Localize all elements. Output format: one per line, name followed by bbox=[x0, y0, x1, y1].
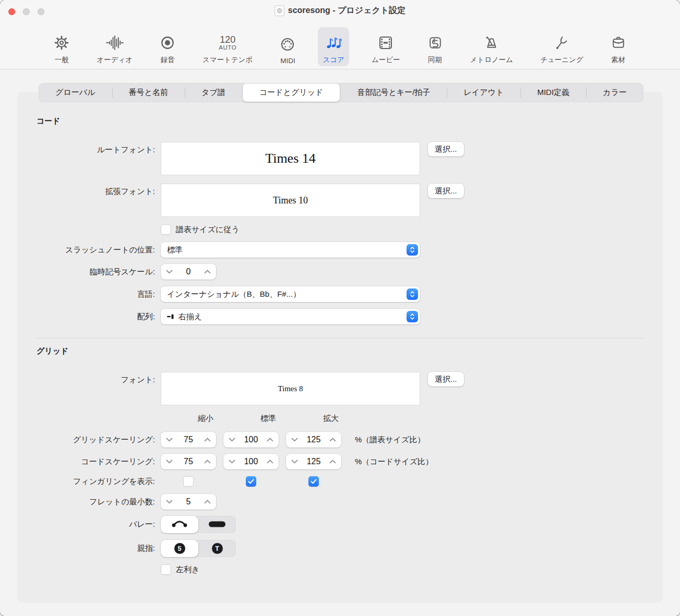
grid-font-preview: Times 8 bbox=[161, 372, 420, 405]
stepper-decrement[interactable] bbox=[229, 460, 235, 464]
alignment-select[interactable]: 右揃え bbox=[161, 309, 420, 324]
midi-icon bbox=[280, 32, 295, 56]
follow-staff-size-checkbox[interactable] bbox=[161, 224, 171, 235]
grid-font-select-button[interactable]: 選択... bbox=[428, 372, 464, 386]
root-font-select-button[interactable]: 選択... bbox=[428, 142, 464, 156]
toolbar-item-midi[interactable]: MIDI bbox=[275, 29, 300, 66]
column-header-enlarged: 拡大 bbox=[303, 414, 359, 424]
toolbar-item-score[interactable]: スコア bbox=[318, 27, 349, 66]
stepper-decrement[interactable] bbox=[229, 438, 235, 442]
toolbar-item-smart-tempo[interactable]: 120 AUTO スマートテンポ bbox=[198, 27, 257, 66]
barre-straight-option[interactable] bbox=[198, 516, 236, 533]
language-row: 言語: インターナショナル（B、Bb、F#...） bbox=[17, 286, 663, 302]
extension-font-label: 拡張フォント: bbox=[17, 184, 161, 197]
grid-scaling-enlarged-stepper[interactable]: 125 bbox=[286, 432, 341, 448]
stepper-decrement[interactable] bbox=[166, 270, 173, 274]
tab-layout[interactable]: レイアウト bbox=[447, 83, 520, 102]
left-handed-checkbox[interactable] bbox=[161, 564, 171, 575]
chord-scaling-reduced-stepper[interactable]: 75 bbox=[161, 454, 216, 469]
dropdown-chevrons-icon bbox=[407, 288, 418, 300]
film-icon bbox=[378, 31, 393, 55]
stepper-decrement[interactable] bbox=[166, 438, 173, 442]
project-settings-window: scoresong - プロジェクト設定 一般 bbox=[0, 0, 680, 616]
toolbar-item-tuning[interactable]: チューニング bbox=[535, 27, 588, 66]
tab-midi-meaning[interactable]: MIDI定義 bbox=[520, 83, 586, 102]
thumb-label: 親指: bbox=[17, 543, 161, 553]
tab-numbers-names[interactable]: 番号と名前 bbox=[112, 83, 185, 102]
sync-icon bbox=[427, 31, 443, 55]
accidental-scale-label: 臨時記号スケール: bbox=[17, 267, 161, 277]
stepper-decrement[interactable] bbox=[166, 500, 173, 504]
stepper-decrement[interactable] bbox=[291, 438, 298, 442]
stepper-increment[interactable] bbox=[267, 460, 273, 464]
waveform-icon bbox=[106, 31, 124, 55]
chords-grids-panel: コード ルートフォント: Times 14 選択... 拡張フォント: Time… bbox=[17, 92, 663, 603]
stepper-increment[interactable] bbox=[267, 438, 273, 442]
language-label: 言語: bbox=[17, 289, 161, 299]
thumb-5-icon: 5 bbox=[174, 543, 185, 554]
barre-curved-option[interactable] bbox=[161, 516, 198, 533]
left-handed-label: 左利き bbox=[176, 565, 199, 575]
chord-scaling-row: コードスケーリング: 75 100 125 bbox=[17, 454, 663, 469]
toolbar-item-movie[interactable]: ムービー bbox=[367, 27, 405, 66]
stepper-increment[interactable] bbox=[329, 460, 336, 464]
stepper-increment[interactable] bbox=[204, 500, 211, 504]
grid-scaling-label: グリッドスケーリング: bbox=[17, 435, 161, 445]
toolbar-item-recording[interactable]: 録音 bbox=[155, 27, 180, 66]
show-fingering-reduced-checkbox[interactable] bbox=[183, 476, 194, 487]
tab-clefs-keys[interactable]: 音部記号とキー/拍子 bbox=[340, 83, 447, 102]
section-divider bbox=[37, 338, 643, 339]
thumb-t-option[interactable]: T bbox=[198, 540, 236, 557]
stepper-increment[interactable] bbox=[204, 460, 211, 464]
toolbar-item-audio[interactable]: オーディオ bbox=[92, 27, 137, 66]
grid-font-label: フォント: bbox=[17, 372, 161, 385]
extension-font-select-button[interactable]: 選択... bbox=[428, 184, 464, 198]
grid-scaling-normal-stepper[interactable]: 100 bbox=[223, 432, 279, 448]
grid-scaling-reduced-stepper[interactable]: 75 bbox=[161, 432, 216, 448]
curved-barre-icon bbox=[171, 519, 188, 530]
toolbar-item-metronome[interactable]: メトロノーム bbox=[466, 27, 518, 66]
tab-chords-grids[interactable]: コードとグリッド bbox=[243, 83, 340, 102]
stepper-increment[interactable] bbox=[204, 270, 211, 274]
thumb-t-icon: T bbox=[212, 543, 223, 554]
stepper-decrement[interactable] bbox=[166, 460, 173, 464]
language-select[interactable]: インターナショナル（B、Bb、F#...） bbox=[161, 286, 420, 302]
extension-font-row: 拡張フォント: Times 10 選択... bbox=[17, 184, 663, 217]
chord-scaling-label: コードスケーリング: bbox=[17, 457, 161, 467]
show-fingering-normal-checkbox[interactable] bbox=[246, 476, 256, 487]
gear-icon bbox=[54, 31, 69, 55]
grid-font-row: フォント: Times 8 選択... bbox=[17, 372, 663, 405]
tab-colors[interactable]: カラー bbox=[586, 83, 643, 102]
scaling-column-headers: 縮小 標準 拡大 bbox=[178, 414, 663, 424]
show-fingering-enlarged-checkbox[interactable] bbox=[308, 476, 319, 487]
follow-staff-size-row: 譜表サイズに従う bbox=[17, 224, 663, 235]
stepper-increment[interactable] bbox=[329, 438, 336, 442]
show-fingering-label: フィンガリングを表示: bbox=[17, 477, 161, 487]
slash-note-position-label: スラッシュノートの位置: bbox=[17, 245, 161, 255]
chord-scaling-normal-stepper[interactable]: 100 bbox=[223, 454, 279, 469]
column-header-normal: 標準 bbox=[241, 414, 296, 424]
accidental-scale-row: 臨時記号スケール: 0 bbox=[17, 264, 663, 280]
thumb-number-option[interactable]: 5 bbox=[161, 540, 198, 557]
grid-scaling-suffix: %（譜表サイズ比） bbox=[355, 435, 425, 445]
toolbar-item-assets[interactable]: 素材 bbox=[606, 27, 631, 66]
settings-toolbar: 一般 オーディオ 録音 120 AUTO スマ bbox=[0, 21, 680, 69]
stepper-decrement[interactable] bbox=[291, 460, 298, 464]
toolbar-item-sync[interactable]: 同期 bbox=[423, 27, 448, 66]
show-fingering-row: フィンガリングを表示: bbox=[17, 476, 663, 487]
min-frets-stepper[interactable]: 5 bbox=[161, 494, 216, 510]
dropdown-chevrons-icon bbox=[407, 311, 418, 322]
root-font-label: ルートフォント: bbox=[17, 142, 161, 155]
toolbar-item-general[interactable]: 一般 bbox=[49, 27, 74, 66]
stepper-increment[interactable] bbox=[204, 438, 211, 442]
left-handed-row: 左利き bbox=[17, 564, 663, 575]
tab-global[interactable]: グローバル bbox=[39, 83, 112, 102]
titlebar: scoresong - プロジェクト設定 bbox=[0, 0, 680, 21]
tab-tablature[interactable]: タブ譜 bbox=[185, 83, 242, 102]
grid-section-heading: グリッド bbox=[37, 346, 663, 356]
slash-note-position-select[interactable]: 標準 bbox=[161, 242, 420, 258]
root-font-preview: Times 14 bbox=[161, 142, 420, 175]
slash-note-position-row: スラッシュノートの位置: 標準 bbox=[17, 242, 663, 258]
chord-scaling-enlarged-stepper[interactable]: 125 bbox=[286, 454, 341, 469]
accidental-scale-stepper[interactable]: 0 bbox=[161, 264, 216, 280]
